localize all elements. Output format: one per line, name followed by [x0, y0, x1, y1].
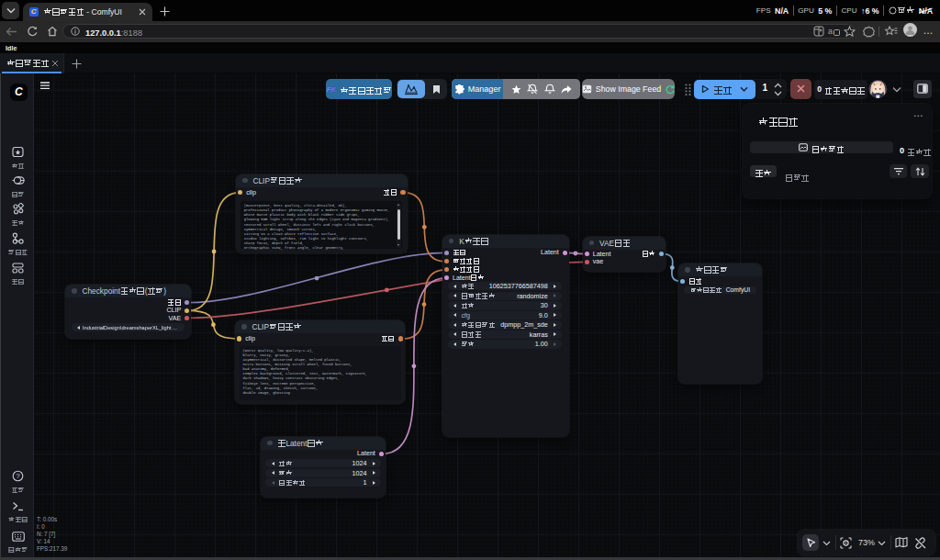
svg-text:a: a [828, 27, 833, 36]
svg-text:?: ? [16, 472, 20, 480]
